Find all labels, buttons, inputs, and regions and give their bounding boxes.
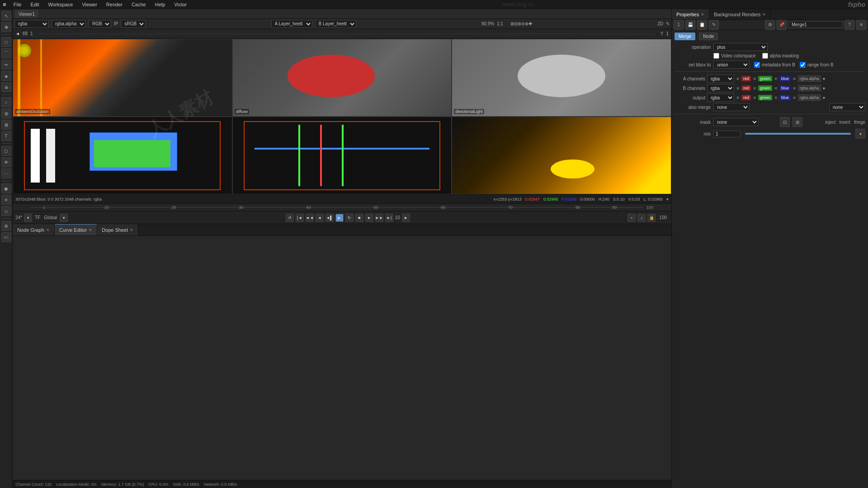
out-ch-alpha-badge[interactable]: rgba.alpha: [798, 94, 821, 101]
last-frame-btn[interactable]: ►|: [385, 214, 393, 222]
prop-tab-merge[interactable]: Merge: [675, 33, 695, 40]
out-blue-x[interactable]: ✕: [793, 95, 796, 100]
layer-a-select[interactable]: A Layer_heett: [271, 20, 312, 28]
stop-btn[interactable]: ■: [355, 214, 363, 222]
rp-toolbar-settings[interactable]: ⚙: [765, 20, 775, 30]
rp-toolbar-close-panel[interactable]: ✕: [856, 20, 866, 30]
rp-toolbar-pencil[interactable]: ✎: [709, 20, 719, 30]
rpanel-bg-renders-close[interactable]: ✕: [762, 12, 766, 17]
prop-operation-select[interactable]: plus over in out: [713, 43, 768, 51]
b-ch-red-badge[interactable]: red: [741, 85, 751, 91]
out-green-x[interactable]: ✕: [774, 95, 778, 100]
menu-file[interactable]: File: [12, 2, 24, 7]
next-keyframe-btn[interactable]: ►►: [375, 214, 383, 222]
output-select[interactable]: rgba: [707, 94, 734, 102]
a-channels-expand[interactable]: ▾: [823, 76, 825, 81]
play-reverse-btn[interactable]: ◄▌: [326, 214, 334, 222]
a-ch-blue-badge[interactable]: blue: [779, 76, 791, 81]
global-dropdown[interactable]: ▾: [60, 214, 68, 222]
tab-node-graph-close[interactable]: ✕: [46, 228, 50, 232]
prop-tab-node[interactable]: Node: [699, 33, 718, 40]
a-ch-alpha-badge[interactable]: rgba.alpha: [798, 75, 821, 82]
toolbar-light[interactable]: ☀: [1, 195, 11, 205]
out-red-x[interactable]: ✕: [753, 95, 756, 100]
a-ch-green-badge[interactable]: green: [758, 76, 772, 81]
tab-node-graph[interactable]: Node Graph ✕: [13, 224, 55, 235]
toolbar-camera[interactable]: ◉: [1, 183, 11, 193]
nav-prev-icon[interactable]: ◄: [15, 31, 20, 36]
rp-toolbar-pin[interactable]: 📌: [777, 20, 787, 30]
colorspace-select[interactable]: sRGB: [121, 20, 146, 28]
rp-toolbar-copy[interactable]: 📋: [697, 20, 707, 30]
b-ch-blue-badge[interactable]: blue: [779, 85, 791, 91]
mix-expand[interactable]: ▾: [855, 129, 865, 139]
end-frame-display[interactable]: 100: [657, 215, 669, 220]
menu-help[interactable]: Help: [153, 2, 167, 7]
toolbar-text[interactable]: T: [1, 131, 11, 141]
b-channels-expand[interactable]: ▾: [823, 86, 825, 91]
b-ch-green-badge[interactable]: green: [758, 85, 772, 91]
global-label[interactable]: Global: [44, 215, 57, 220]
toolbar-viewer[interactable]: 👁: [1, 157, 11, 167]
paint-icon[interactable]: ✎: [666, 21, 670, 26]
rp-toolbar-help[interactable]: ?: [844, 20, 854, 30]
channel-select-alpha[interactable]: rgba.alpha: [52, 20, 86, 28]
toolbar-arrow[interactable]: ↖: [1, 11, 11, 21]
mask-icon2[interactable]: ⊞: [793, 117, 802, 127]
rpanel-tab-properties[interactable]: Properties ✕: [672, 9, 709, 19]
menu-cache[interactable]: Cache: [130, 2, 148, 7]
fringe-label[interactable]: fringe: [854, 120, 865, 125]
play-btn[interactable]: ▶: [335, 214, 344, 222]
out-ch-red-badge[interactable]: red: [741, 95, 751, 100]
expand-icon[interactable]: ▾: [666, 197, 669, 202]
b-channels-select[interactable]: rgba: [707, 84, 734, 92]
color-mode-select[interactable]: RGB: [89, 20, 111, 28]
toolbar-particles[interactable]: ⋯: [1, 169, 11, 178]
mode-2d[interactable]: 2D: [657, 21, 663, 26]
out-ch-blue-badge[interactable]: blue: [779, 95, 791, 100]
layer-b-select[interactable]: B Layer_heett: [315, 20, 356, 28]
also-merge-select-left[interactable]: none: [713, 103, 750, 111]
alpha-masking-checkbox[interactable]: [762, 53, 768, 59]
b-channels-x[interactable]: ✕: [736, 86, 740, 91]
menu-workspace[interactable]: Workspace: [47, 2, 75, 7]
step-forward-btn[interactable]: ►: [402, 214, 410, 222]
toolbar-bezier[interactable]: ⌒: [1, 48, 11, 58]
a-ch-red-badge[interactable]: red: [741, 76, 751, 81]
toolbar-crop[interactable]: ⊠: [1, 120, 11, 130]
rpanel-properties-close[interactable]: ✕: [701, 12, 704, 17]
toolbar-clone[interactable]: ⊕: [1, 82, 11, 92]
b-green-x[interactable]: ✕: [774, 86, 778, 91]
mask-select[interactable]: none: [713, 118, 759, 126]
also-merge-select-right[interactable]: none: [829, 103, 865, 111]
out-ch-green-badge[interactable]: green: [758, 95, 772, 100]
audio-btn[interactable]: ♪: [637, 214, 646, 222]
rp-toolbar-icon1[interactable]: 1: [674, 20, 684, 30]
a-channels-select[interactable]: rgba: [707, 75, 734, 83]
fps-dropdown[interactable]: ▾: [24, 214, 32, 222]
toolbar-roto[interactable]: ○: [1, 97, 11, 107]
a-green-x[interactable]: ✕: [774, 76, 778, 81]
toolbar-geo[interactable]: ◇: [1, 206, 11, 216]
tab-curve-editor[interactable]: Curve Editor ✕: [55, 224, 97, 235]
prev-frame-btn[interactable]: ◄: [316, 214, 324, 222]
rpanel-tab-bg-renders[interactable]: Background Renders ✕: [709, 9, 771, 19]
a-channels-x[interactable]: ✕: [736, 76, 740, 81]
toolbar-move[interactable]: ✥: [1, 22, 11, 32]
inject-label[interactable]: inject: [825, 120, 835, 125]
menu-render[interactable]: Render: [104, 2, 124, 7]
range-from-checkbox[interactable]: [800, 62, 806, 68]
y-val[interactable]: 1: [666, 31, 669, 36]
reset-btn[interactable]: ↺: [286, 214, 294, 222]
metadata-from-checkbox[interactable]: [754, 62, 760, 68]
menu-edit[interactable]: Edit: [29, 2, 41, 7]
toolbar-stamp[interactable]: ◈: [1, 71, 11, 81]
mix-slider[interactable]: [745, 133, 851, 135]
loop-btn[interactable]: ↻: [345, 214, 354, 222]
prop-bbox-select[interactable]: union intersect A B: [713, 61, 750, 69]
prop-video-colorspace-check[interactable]: Video colorspace: [713, 53, 756, 59]
toolbar-select[interactable]: □: [1, 37, 11, 47]
record-btn[interactable]: ●: [627, 214, 636, 222]
tab-dope-sheet-close[interactable]: ✕: [130, 228, 133, 232]
mix-value[interactable]: 1: [713, 131, 741, 137]
